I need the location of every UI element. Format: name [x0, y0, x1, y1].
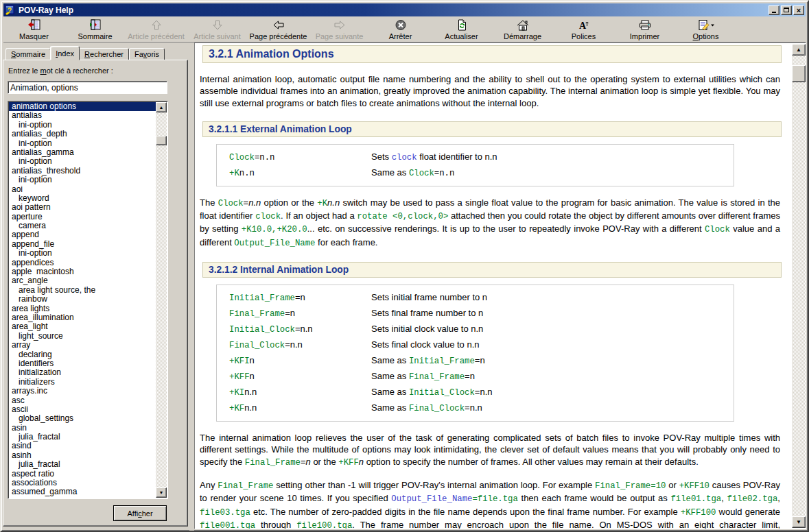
toolbar-button-imprimer[interactable]: Imprimer [614, 18, 675, 41]
index-list-item[interactable]: keyword [9, 497, 156, 498]
index-list-item[interactable]: arrays.inc [9, 387, 156, 396]
font-icon: A [578, 19, 590, 32]
index-list-item[interactable]: ini-option [9, 249, 156, 258]
index-list-item[interactable]: area light source, the [9, 286, 156, 295]
tab-sommaire[interactable]: Sommaire [5, 48, 51, 60]
index-list-item[interactable]: aoi pattern [9, 203, 156, 212]
index-list-item[interactable]: array [9, 341, 156, 350]
content-scrollbar: ▲ ▼ [792, 44, 806, 528]
home-icon [516, 19, 530, 32]
toolbar-button-demarrage[interactable]: Démarrage [492, 18, 553, 41]
index-list-item[interactable]: light_source [9, 332, 156, 341]
options-table-internal: Initial_Frame=nSets initial frame number… [216, 285, 734, 422]
toolbar-button-article-precedent: Article précédent [126, 18, 187, 41]
index-list-item[interactable]: area_light [9, 322, 156, 331]
doc-link[interactable]: Output_File_Name [391, 494, 472, 504]
index-list-item[interactable]: asinh [9, 451, 156, 460]
scroll-up-icon[interactable]: ▲ [156, 102, 167, 112]
index-list-item[interactable]: animation options [9, 102, 156, 111]
toolbar-button-actualiser[interactable]: Actualiser [431, 18, 492, 41]
tab-favoris[interactable]: Favoris [129, 48, 165, 60]
index-list-item[interactable]: ini-option [9, 157, 156, 166]
index-list-item[interactable]: asin [9, 424, 156, 433]
index-list-item[interactable]: asind [9, 442, 156, 450]
display-button[interactable]: Afficher [113, 505, 167, 521]
index-list-item[interactable]: aspect ratio [9, 470, 156, 479]
show-contents-icon [89, 19, 102, 32]
index-list-item[interactable]: rainbow [9, 295, 156, 304]
index-list-item[interactable]: antialias_threshold [9, 167, 156, 176]
index-list-item[interactable]: ini-option [9, 176, 156, 184]
minimize-button[interactable] [769, 5, 779, 15]
scroll-up-icon[interactable]: ▲ [792, 44, 806, 56]
index-list-item[interactable]: append_file [9, 240, 156, 249]
table-row: Clock=n.nSets clock float identifier to … [217, 149, 734, 165]
pane-splitter[interactable] [189, 43, 194, 531]
tab-rechercher[interactable]: Rechercher [79, 48, 129, 60]
maximize-button[interactable] [781, 5, 792, 15]
table-row: +KFInSame as Initial_Frame=n [217, 353, 734, 369]
index-list-item[interactable]: antialias [9, 111, 156, 120]
table-row: +KFFnSame as Final_Frame=n [217, 369, 734, 385]
index-list-item[interactable]: area_illumination [9, 313, 156, 322]
toolbar-button-arreter[interactable]: Arrêter [370, 18, 431, 41]
section-heading-internal: 3.2.1.2 Internal Animation Loop [202, 262, 782, 278]
index-list-item[interactable]: identifiers [9, 359, 156, 368]
scrollbar-track[interactable] [156, 112, 167, 487]
doc-link[interactable]: clock [392, 153, 417, 162]
scroll-down-icon[interactable]: ▼ [792, 516, 806, 528]
keyword-input[interactable] [8, 81, 167, 94]
scrollbar-thumb[interactable] [792, 65, 806, 82]
index-list-item[interactable]: ini-option [9, 139, 156, 148]
scrollbar-thumb[interactable] [156, 136, 167, 145]
index-list-item[interactable]: asc [9, 396, 156, 405]
page-title: 3.2.1 Animation Options [202, 45, 782, 63]
index-list-item[interactable]: global_settings [9, 414, 156, 423]
index-list-item[interactable]: declaring [9, 350, 156, 359]
down-arrow-icon [211, 19, 224, 32]
help-book-icon: ? [5, 5, 16, 15]
index-list-item[interactable]: apple macintosh [9, 267, 156, 276]
index-list-item[interactable]: assumed_gamma [9, 487, 156, 496]
keyword-label: Entrez le mot clé à rechercher : [8, 66, 113, 75]
index-list-item[interactable]: aoi [9, 185, 156, 194]
code-span: Output_File_Name [234, 239, 315, 248]
code-span: +KFF100 [681, 508, 716, 518]
tab-index[interactable]: Index [50, 46, 80, 60]
code-span: Final_Frame [409, 372, 465, 382]
index-list-item[interactable]: antialias_depth [9, 130, 156, 138]
scrollbar-track[interactable] [792, 56, 806, 516]
toolbar-button-masquer[interactable]: Masquer [3, 18, 65, 41]
close-button[interactable]: × [793, 5, 804, 15]
index-list-item[interactable]: antialias_gamma [9, 148, 156, 157]
index-list-item[interactable]: aperture [9, 213, 156, 221]
index-list-item[interactable]: camera [9, 221, 156, 230]
index-list-item[interactable]: julia_fractal [9, 460, 156, 469]
index-list-item[interactable]: initializers [9, 378, 156, 387]
index-list-item[interactable]: initialization [9, 368, 156, 377]
code-span: clock [255, 212, 281, 221]
toolbar-button-sommaire[interactable]: Sommaire [65, 18, 126, 41]
index-list-item[interactable]: keyword [9, 194, 156, 203]
index-list: animation optionsantialiasini-optionanti… [9, 102, 156, 498]
index-list-item[interactable]: ini-option [9, 121, 156, 130]
index-list-item[interactable]: append [9, 230, 156, 239]
index-list-item[interactable]: associations [9, 479, 156, 487]
index-list-item[interactable]: appendices [9, 258, 156, 267]
toolbar-button-options[interactable]: Options [675, 18, 736, 41]
index-list-item[interactable]: julia_fractal [9, 433, 156, 442]
index-list-item[interactable]: arc_angle [9, 276, 156, 285]
index-list-item[interactable]: area lights [9, 304, 156, 313]
document: 3.2.1 Animation Options Internal animati… [196, 44, 791, 529]
toolbar-button-page-precedente[interactable]: Page précédente [248, 18, 309, 41]
toolbar-button-page-suivante: Page suivante [309, 18, 370, 41]
paragraph: Any Final_Frame setting other than -1 wi… [200, 479, 780, 529]
scroll-down-icon[interactable]: ▼ [156, 487, 167, 498]
code-span: =n.n [434, 169, 455, 178]
toolbar-button-label: Masquer [19, 32, 49, 40]
minimize-icon [772, 12, 776, 13]
code-span: Initial_Clock [409, 388, 475, 398]
navigation-pane: Sommaire Index Rechercher Favoris Entrez… [3, 44, 189, 529]
index-list-item[interactable]: ascii [9, 405, 156, 414]
toolbar-button-polices[interactable]: A Polices [553, 18, 614, 41]
